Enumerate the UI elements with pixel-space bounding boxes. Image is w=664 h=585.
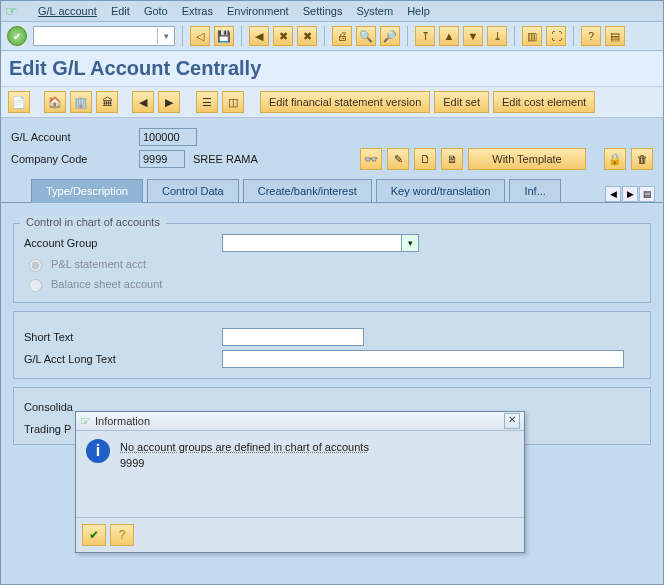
- standard-toolbar: ✔ ▾ ◁ 💾 ◀ ✖ ✖ 🖨 🔍 🔎 ⤒ ▲ ▼ ⤓ ▥ ⛶ ? ▤: [1, 22, 663, 51]
- dialog-close-button[interactable]: ✕: [504, 413, 520, 429]
- gl-account-field[interactable]: 100000: [139, 128, 197, 146]
- hierarchy-button[interactable]: ◫: [222, 91, 244, 113]
- page-title: Edit G/L Account Centrally: [1, 51, 663, 87]
- glasses-button[interactable]: 👓: [360, 148, 382, 170]
- dialog-help-button[interactable]: ?: [110, 524, 134, 546]
- shortcut-button[interactable]: ⛶: [546, 26, 566, 46]
- short-text-input[interactable]: [222, 328, 364, 346]
- first-page-button[interactable]: ⤒: [415, 26, 435, 46]
- dropdown-icon[interactable]: ▾: [401, 235, 418, 251]
- menu-help[interactable]: Help: [407, 5, 430, 17]
- tab-list-button[interactable]: ▤: [639, 186, 655, 202]
- company-code-name: SREE RAMA: [193, 153, 258, 165]
- group-control-chart-accounts: Control in chart of accounts Account Gro…: [13, 223, 651, 303]
- header-area: G/L Account 100000 Company Code 9999 SRE…: [1, 118, 663, 176]
- nav-button-2[interactable]: 🏢: [70, 91, 92, 113]
- tab-keyword-translation[interactable]: Key word/translation: [376, 179, 506, 202]
- pencil-button[interactable]: ✎: [387, 148, 409, 170]
- tab-control-data[interactable]: Control Data: [147, 179, 239, 202]
- new-session-button[interactable]: ▥: [522, 26, 542, 46]
- next-page-button[interactable]: ▼: [463, 26, 483, 46]
- account-group-label: Account Group: [24, 237, 214, 249]
- group-texts: Short Text G/L Acct Long Text: [13, 311, 651, 379]
- consolidation-label: Consolida: [24, 401, 73, 413]
- edit-set-button[interactable]: Edit set: [434, 91, 489, 113]
- menu-gl-account[interactable]: G/L account: [38, 5, 97, 17]
- nav-back-button[interactable]: ◀: [249, 26, 269, 46]
- layout-button[interactable]: ▤: [605, 26, 625, 46]
- gl-account-label: G/L Account: [11, 131, 131, 143]
- command-dropdown-icon[interactable]: ▾: [157, 28, 174, 44]
- dialog-titlebar[interactable]: ☞ Information ✕: [76, 412, 524, 431]
- dialog-ok-button[interactable]: ✔: [82, 524, 106, 546]
- last-page-button[interactable]: ⤓: [487, 26, 507, 46]
- tab-strip: Type/Description Control Data Create/ban…: [1, 176, 663, 203]
- create-button[interactable]: 🗋: [414, 148, 436, 170]
- with-template-button[interactable]: With Template: [468, 148, 586, 170]
- company-code-field[interactable]: 9999: [139, 150, 185, 168]
- menu-goto[interactable]: Goto: [144, 5, 168, 17]
- copy-button[interactable]: 🗎: [441, 148, 463, 170]
- tab-info[interactable]: Inf...: [509, 179, 560, 202]
- information-dialog: ☞ Information ✕ i No account groups are …: [75, 411, 525, 553]
- edit-financial-statement-button[interactable]: Edit financial statement version: [260, 91, 430, 113]
- prev-page-button[interactable]: ▲: [439, 26, 459, 46]
- exit-button[interactable]: ✖: [273, 26, 293, 46]
- trading-partner-label: Trading P: [24, 423, 71, 435]
- dialog-title: Information: [95, 415, 150, 427]
- application-toolbar: 📄 🏠 🏢 🏛 ◀ ▶ ☰ ◫ Edit financial statement…: [1, 87, 663, 118]
- enter-button[interactable]: ✔: [7, 26, 27, 46]
- account-group-dropdown[interactable]: ▾: [222, 234, 419, 252]
- group1-title: Control in chart of accounts: [20, 216, 166, 228]
- menu-extras[interactable]: Extras: [182, 5, 213, 17]
- long-text-input[interactable]: [222, 350, 624, 368]
- menubar: ☞ G/L account Edit Goto Extras Environme…: [1, 1, 663, 22]
- balance-sheet-radio[interactable]: Balance sheet account: [24, 274, 640, 294]
- dialog-message: No account groups are defined in chart o…: [120, 439, 369, 509]
- menu-system[interactable]: System: [356, 5, 393, 17]
- company-code-label: Company Code: [11, 153, 131, 165]
- prev-record-button[interactable]: ◀: [132, 91, 154, 113]
- lock-button[interactable]: 🔒: [604, 148, 626, 170]
- find-button[interactable]: 🔍: [356, 26, 376, 46]
- print-button[interactable]: 🖨: [332, 26, 352, 46]
- menu-settings[interactable]: Settings: [303, 5, 343, 17]
- help-button[interactable]: ?: [581, 26, 601, 46]
- tab-scroll-left-button[interactable]: ◀: [605, 186, 621, 202]
- bs-radio-input[interactable]: [29, 279, 42, 292]
- save-button[interactable]: 💾: [214, 26, 234, 46]
- pl-radio-input[interactable]: [29, 259, 42, 272]
- long-text-label: G/L Acct Long Text: [24, 353, 214, 365]
- command-field[interactable]: ▾: [33, 26, 175, 46]
- dialog-icon: ☞: [80, 414, 91, 428]
- nav-button-1[interactable]: 🏠: [44, 91, 66, 113]
- display-button[interactable]: 📄: [8, 91, 30, 113]
- find-next-button[interactable]: 🔎: [380, 26, 400, 46]
- short-text-label: Short Text: [24, 331, 214, 343]
- overview-button[interactable]: ☰: [196, 91, 218, 113]
- info-icon: i: [86, 439, 110, 463]
- menu-environment[interactable]: Environment: [227, 5, 289, 17]
- menu-edit[interactable]: Edit: [111, 5, 130, 17]
- nav-button-3[interactable]: 🏛: [96, 91, 118, 113]
- edit-cost-element-button[interactable]: Edit cost element: [493, 91, 595, 113]
- cancel-button[interactable]: ✖: [297, 26, 317, 46]
- delete-button[interactable]: 🗑: [631, 148, 653, 170]
- sap-logo-icon: ☞: [5, 3, 18, 19]
- next-record-button[interactable]: ▶: [158, 91, 180, 113]
- tab-create-bank-interest[interactable]: Create/bank/interest: [243, 179, 372, 202]
- pl-statement-radio[interactable]: P&L statement acct: [24, 254, 640, 274]
- tab-type-description[interactable]: Type/Description: [31, 179, 143, 203]
- back-button[interactable]: ◁: [190, 26, 210, 46]
- tab-scroll-right-button[interactable]: ▶: [622, 186, 638, 202]
